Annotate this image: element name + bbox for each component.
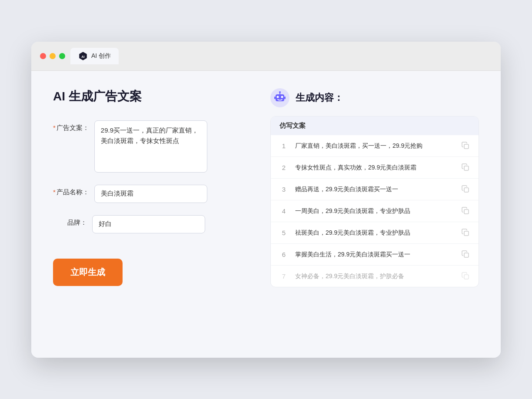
copy-icon[interactable] [461, 141, 470, 150]
row-number: 4 [279, 207, 288, 215]
table-row: 7 女神必备，29.9元美白淡斑霜，护肤必备 [271, 266, 479, 287]
table-row: 6 掌握美白生活，29.9元美白淡斑霜买一送一 [271, 244, 479, 266]
ai-tab[interactable]: AI AI 创作 [70, 48, 119, 64]
svg-rect-16 [464, 275, 469, 279]
maximize-button[interactable] [59, 53, 65, 59]
copy-icon[interactable] [461, 272, 470, 280]
svg-rect-12 [464, 188, 469, 192]
brand-group: 品牌： 好白 [53, 215, 244, 233]
copy-icon[interactable] [461, 228, 470, 237]
ad-copy-group: *广告文案： 29.9买一送一，真正的厂家直销，美白淡斑霜，专抹女性斑点 [53, 120, 244, 173]
svg-rect-8 [274, 96, 276, 99]
row-text: 专抹女性斑点，真实功效，29.9元美白淡斑霜 [295, 163, 454, 172]
row-text: 掌握美白生活，29.9元美白淡斑霜买一送一 [295, 250, 454, 259]
svg-rect-14 [464, 231, 469, 236]
row-text: 赠品再送，29.9元美白淡斑霜买一送一 [295, 185, 454, 194]
table-row: 4 一周美白，29.9元美白淡斑霜，专业护肤品 [271, 200, 479, 222]
page-title: AI 生成广告文案 [53, 88, 244, 105]
row-number: 3 [279, 186, 288, 193]
copy-icon[interactable] [461, 250, 470, 259]
row-number: 5 [279, 229, 288, 236]
row-number: 2 [279, 164, 288, 171]
left-panel: AI 生成广告文案 *广告文案： 29.9买一送一，真正的厂家直销，美白淡斑霜，… [53, 88, 244, 340]
row-text: 祛斑美白，29.9元美白淡斑霜，专业护肤品 [295, 228, 454, 237]
results-list: 1 厂家直销，美白淡斑霜，买一送一，29.9元抢购 2 专抹女性斑点，真实功效，… [271, 135, 479, 287]
required-star-2: * [53, 188, 56, 196]
right-header: 生成内容： [270, 88, 479, 107]
table-row: 1 厂家直销，美白淡斑霜，买一送一，29.9元抢购 [271, 135, 479, 157]
minimize-button[interactable] [50, 53, 56, 59]
row-text: 一周美白，29.9元美白淡斑霜，专业护肤品 [295, 206, 454, 216]
svg-rect-10 [464, 144, 469, 149]
generate-button[interactable]: 立即生成 [53, 259, 123, 286]
main-content: AI 生成广告文案 *广告文案： 29.9买一送一，真正的厂家直销，美白淡斑霜，… [31, 71, 501, 358]
table-row: 2 专抹女性斑点，真实功效，29.9元美白淡斑霜 [271, 157, 479, 179]
svg-point-5 [281, 96, 283, 98]
svg-rect-9 [284, 96, 286, 99]
ad-copy-label: *广告文案： [53, 120, 94, 132]
svg-point-7 [279, 91, 281, 93]
required-star-1: * [53, 124, 56, 131]
copy-icon[interactable] [461, 206, 470, 215]
row-text: 厂家直销，美白淡斑霜，买一送一，29.9元抢购 [295, 141, 454, 150]
svg-rect-11 [464, 166, 469, 170]
table-row: 3 赠品再送，29.9元美白淡斑霜买一送一 [271, 179, 479, 200]
brand-label: 品牌： [53, 215, 92, 227]
product-name-group: *产品名称： 美白淡斑霜 [53, 185, 244, 203]
row-text: 女神必备，29.9元美白淡斑霜，护肤必备 [295, 272, 454, 281]
copy-icon[interactable] [461, 163, 470, 172]
product-name-label: *产品名称： [53, 185, 94, 196]
results-table: 仿写文案 1 厂家直销，美白淡斑霜，买一送一，29.9元抢购 2 专抹女性斑点，… [270, 116, 479, 287]
browser-window: AI AI 创作 AI 生成广告文案 *广告文案： 29.9买一送一，真正的厂家… [31, 42, 501, 358]
traffic-lights [40, 53, 65, 59]
copy-icon[interactable] [461, 185, 470, 193]
right-panel-title: 生成内容： [296, 91, 343, 104]
results-header: 仿写文案 [271, 116, 479, 135]
robot-icon [270, 88, 289, 107]
ai-tab-icon: AI [78, 51, 88, 61]
svg-rect-15 [464, 253, 469, 257]
brand-input[interactable]: 好白 [92, 215, 205, 233]
svg-text:AI: AI [81, 54, 84, 58]
svg-point-4 [277, 96, 279, 98]
svg-rect-13 [464, 209, 469, 214]
product-name-input[interactable]: 美白淡斑霜 [94, 185, 207, 203]
row-number: 1 [279, 142, 288, 150]
row-number: 6 [279, 251, 288, 258]
close-button[interactable] [40, 53, 46, 59]
right-panel: 生成内容： 仿写文案 1 厂家直销，美白淡斑霜，买一送一，29.9元抢购 2 专… [270, 88, 479, 340]
titlebar: AI AI 创作 [31, 42, 501, 71]
table-row: 5 祛斑美白，29.9元美白淡斑霜，专业护肤品 [271, 222, 479, 244]
ad-copy-input[interactable]: 29.9买一送一，真正的厂家直销，美白淡斑霜，专抹女性斑点 [94, 120, 207, 173]
row-number: 7 [279, 273, 288, 280]
tab-label: AI 创作 [91, 52, 111, 60]
